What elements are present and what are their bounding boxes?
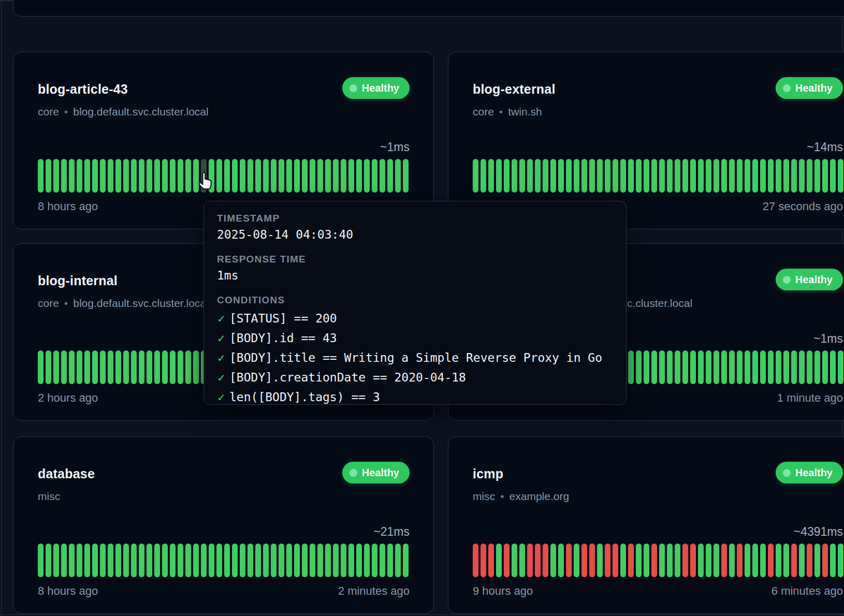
uptime-bar[interactable]: [737, 350, 743, 384]
uptime-bar[interactable]: [636, 544, 642, 577]
uptime-bar[interactable]: [139, 350, 144, 384]
uptime-bar[interactable]: [380, 544, 385, 577]
uptime-bar[interactable]: [403, 159, 409, 193]
uptime-bar[interactable]: [131, 159, 137, 193]
uptime-bar[interactable]: [628, 350, 634, 384]
uptime-bar[interactable]: [333, 544, 339, 577]
uptime-bar[interactable]: [504, 159, 510, 193]
uptime-bar[interactable]: [170, 159, 176, 193]
uptime-bar[interactable]: [162, 350, 168, 384]
uptime-bar[interactable]: [69, 159, 75, 193]
uptime-bar[interactable]: [496, 544, 502, 577]
service-card-database[interactable]: database Healthy misc ~21ms 8 hours ago …: [13, 436, 434, 614]
uptime-bar[interactable]: [690, 350, 696, 384]
uptime-bar[interactable]: [372, 159, 377, 193]
uptime-bar[interactable]: [651, 544, 657, 577]
uptime-bar[interactable]: [341, 159, 346, 193]
uptime-bar[interactable]: [822, 350, 828, 384]
uptime-bar[interactable]: [263, 544, 269, 577]
uptime-bar[interactable]: [838, 350, 843, 384]
uptime-bar[interactable]: [123, 159, 129, 193]
uptime-bar[interactable]: [651, 350, 657, 384]
uptime-bar[interactable]: [46, 159, 51, 193]
uptime-bar[interactable]: [636, 159, 642, 193]
uptime-bar[interactable]: [61, 350, 67, 384]
uptime-bar[interactable]: [519, 159, 525, 193]
uptime-bar[interactable]: [170, 544, 176, 577]
uptime-bar[interactable]: [100, 350, 106, 384]
uptime-bar[interactable]: [830, 544, 836, 577]
uptime-bar[interactable]: [752, 544, 758, 577]
uptime-bar[interactable]: [232, 544, 238, 577]
uptime-bar[interactable]: [519, 544, 525, 577]
uptime-bar[interactable]: [224, 159, 230, 193]
uptime-bar[interactable]: [791, 159, 797, 193]
uptime-bar[interactable]: [613, 544, 618, 577]
uptime-bar[interactable]: [240, 544, 245, 577]
uptime-bar[interactable]: [659, 350, 665, 384]
uptime-bar[interactable]: [838, 159, 843, 193]
uptime-bar[interactable]: [46, 350, 51, 384]
uptime-bar[interactable]: [628, 159, 634, 193]
uptime-bar[interactable]: [605, 544, 610, 577]
uptime-bar[interactable]: [783, 350, 789, 384]
uptime-bar[interactable]: [745, 350, 750, 384]
uptime-bar[interactable]: [566, 159, 572, 193]
uptime-bar[interactable]: [108, 544, 113, 577]
uptime-bar[interactable]: [263, 159, 269, 193]
uptime-bar[interactable]: [535, 159, 541, 193]
uptime-bar[interactable]: [651, 159, 657, 193]
uptime-bar[interactable]: [745, 544, 750, 577]
uptime-bar[interactable]: [69, 544, 75, 577]
uptime-bar[interactable]: [698, 350, 704, 384]
uptime-bar[interactable]: [232, 159, 238, 193]
uptime-bar[interactable]: [706, 544, 711, 577]
uptime-bar[interactable]: [496, 159, 502, 193]
uptime-bar[interactable]: [473, 544, 478, 577]
uptime-bar[interactable]: [558, 159, 564, 193]
uptime-bars[interactable]: [473, 159, 843, 193]
uptime-bar[interactable]: [131, 350, 137, 384]
uptime-bar[interactable]: [535, 544, 541, 577]
uptime-bar[interactable]: [760, 350, 766, 384]
uptime-bar[interactable]: [248, 159, 253, 193]
uptime-bar[interactable]: [690, 159, 696, 193]
uptime-bar[interactable]: [644, 544, 649, 577]
uptime-bar[interactable]: [201, 544, 207, 577]
uptime-bar[interactable]: [325, 159, 331, 193]
uptime-bar[interactable]: [317, 159, 323, 193]
uptime-bar[interactable]: [791, 350, 797, 384]
uptime-bar[interactable]: [628, 544, 634, 577]
uptime-bar[interactable]: [38, 350, 43, 384]
uptime-bar[interactable]: [613, 159, 618, 193]
uptime-bar[interactable]: [395, 159, 401, 193]
uptime-bar[interactable]: [745, 159, 750, 193]
uptime-bar[interactable]: [193, 544, 199, 577]
uptime-bar[interactable]: [644, 159, 649, 193]
uptime-bar[interactable]: [807, 350, 812, 384]
uptime-bar[interactable]: [100, 159, 106, 193]
uptime-bar[interactable]: [84, 350, 90, 384]
uptime-bar[interactable]: [147, 159, 152, 193]
uptime-bar[interactable]: [77, 350, 82, 384]
uptime-bar[interactable]: [550, 159, 556, 193]
uptime-bar[interactable]: [123, 350, 129, 384]
uptime-bar[interactable]: [512, 544, 517, 577]
uptime-bars[interactable]: [38, 159, 409, 193]
uptime-bar[interactable]: [768, 350, 774, 384]
uptime-bar[interactable]: [737, 159, 743, 193]
uptime-bar[interactable]: [481, 159, 486, 193]
uptime-bar[interactable]: [814, 350, 820, 384]
uptime-bar[interactable]: [302, 544, 308, 577]
uptime-bar[interactable]: [682, 159, 688, 193]
uptime-bar[interactable]: [178, 544, 183, 577]
uptime-bar[interactable]: [372, 544, 377, 577]
uptime-bar[interactable]: [481, 544, 486, 577]
uptime-bar[interactable]: [675, 350, 680, 384]
uptime-bar[interactable]: [566, 544, 572, 577]
uptime-bar[interactable]: [92, 544, 98, 577]
uptime-bar[interactable]: [115, 350, 121, 384]
uptime-bar[interactable]: [830, 350, 836, 384]
uptime-bar[interactable]: [760, 159, 766, 193]
uptime-bar[interactable]: [185, 159, 191, 193]
